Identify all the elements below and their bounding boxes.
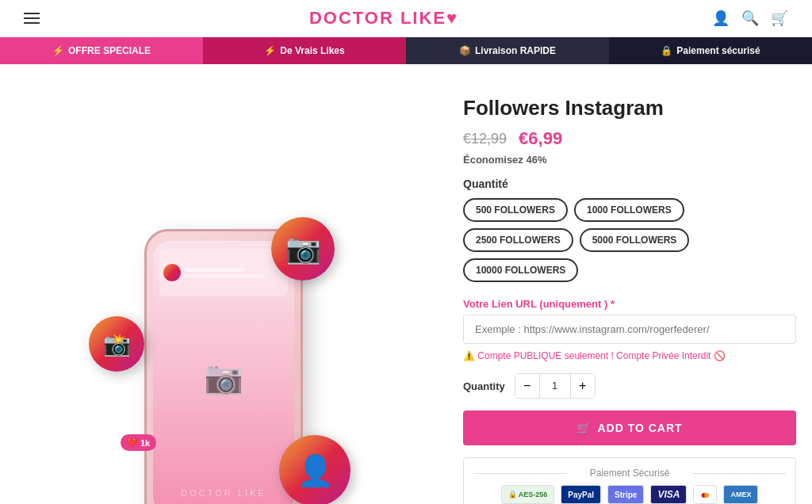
follower-btn-5000[interactable]: 5000 FOLLOWERS (580, 228, 690, 252)
add-to-cart-button[interactable]: 🛒 ADD TO CART (463, 410, 796, 445)
qty-value: 1 (539, 374, 571, 398)
promo-item-livraison: 📦 Livraison RAPIDE (406, 37, 609, 64)
follower-btn-2500[interactable]: 2500 FOLLOWERS (463, 228, 573, 252)
promo-bar: ⚡ OFFRE SPECIALE ⚡ De Vrais Likes 📦 Livr… (0, 37, 812, 64)
savings-percent: 46% (526, 154, 546, 166)
url-warning: ⚠️ Compte PUBLIQUE seulement ! Compte Pr… (463, 350, 796, 361)
promo-icon-0: ⚡ (52, 45, 64, 56)
phone-brand-text: DOCTOR LIKE (181, 488, 266, 498)
site-logo[interactable]: DOCTOR LIKE♥ (56, 8, 712, 29)
qty-minus-btn[interactable]: − (515, 374, 539, 398)
like-badge: ❤️ 1k (121, 434, 156, 451)
promo-text-2: Livraison RAPIDE (475, 45, 556, 56)
quantity-section-label: Quantité (463, 178, 796, 190)
url-input[interactable] (463, 315, 796, 344)
cart-btn-label: ADD TO CART (597, 422, 682, 434)
payment-icons: 🔒 AES-256 PayPal Stripe VISA ● ● AMEX (473, 485, 786, 504)
price-area: €12,99 €6,99 (463, 128, 796, 149)
phone-screen: 📷 DOCTOR LIKE (153, 241, 294, 504)
ig-icon-3: 👤 (297, 453, 334, 488)
qty-controls: − 1 + (515, 373, 596, 399)
camera-icon: 📷 (204, 359, 243, 396)
url-required-star: * (611, 298, 615, 310)
follower-btn-10000[interactable]: 10000 FOLLOWERS (463, 258, 578, 282)
payment-aes: 🔒 AES-256 (501, 485, 555, 504)
ig-icon-2: 📸 (103, 331, 131, 357)
ig-bubble-top: 📷 (271, 217, 335, 281)
promo-text-0: OFFRE SPECIALE (68, 45, 151, 56)
user-icon[interactable]: 👤 (712, 10, 730, 27)
search-icon[interactable]: 🔍 (741, 10, 759, 27)
url-label-text: Votre Lien URL (uniquement ) (463, 298, 607, 310)
product-info: Followers Instagram €12,99 €6,99 Économi… (463, 96, 796, 504)
logo-text: DOCTOR LIKE (309, 8, 446, 28)
ig-icon-1: 📷 (285, 232, 321, 265)
promo-icon-1: ⚡ (264, 45, 276, 56)
payment-visa: VISA (650, 485, 687, 504)
promo-icon-2: 📦 (459, 45, 471, 56)
logo-heart: ♥ (446, 8, 458, 28)
payment-stripe: Stripe (607, 485, 644, 504)
follower-btn-500[interactable]: 500 FOLLOWERS (463, 198, 568, 222)
cart-icon[interactable]: 🛒 (771, 10, 788, 27)
main-content: 📷 DOCTOR LIKE 📷 📸 (0, 64, 812, 504)
cart-btn-icon: 🛒 (576, 422, 591, 434)
price-sale: €6,99 (519, 128, 562, 149)
secure-payment-title: Paiement Sécurisé (473, 468, 786, 479)
quantity-row: Quantity − 1 + (463, 373, 796, 399)
phone-mockup: 📷 DOCTOR LIKE 📷 📸 (97, 213, 350, 504)
payment-amex: AMEX (723, 485, 758, 504)
savings-label: Économisez (463, 154, 526, 166)
promo-item-offre: ⚡ OFFRE SPECIALE (0, 37, 203, 64)
ig-bubble-bottom-right: 👤 (279, 435, 350, 504)
promo-item-paiement: 🔒 Paiement sécurisé (609, 37, 812, 64)
promo-icon-3: 🔒 (661, 45, 672, 56)
follower-btn-1000[interactable]: 1000 FOLLOWERS (574, 198, 684, 222)
promo-text-1: De Vrais Likes (280, 45, 344, 56)
savings-text: Économisez 46% (463, 154, 796, 166)
qty-label: Quantity (463, 380, 505, 392)
secure-payment-section: Paiement Sécurisé 🔒 AES-256 PayPal Strip… (463, 457, 796, 504)
product-image-area: 📷 DOCTOR LIKE 📷 📸 (16, 96, 431, 504)
payment-paypal: PayPal (561, 485, 601, 504)
url-label: Votre Lien URL (uniquement ) * (463, 298, 796, 310)
site-header: DOCTOR LIKE♥ 👤 🔍 🛒 (0, 0, 812, 37)
price-original: €12,99 (463, 131, 507, 147)
follower-options: 500 FOLLOWERS 1000 FOLLOWERS 2500 FOLLOW… (463, 198, 796, 282)
product-title: Followers Instagram (463, 96, 796, 120)
promo-text-3: Paiement sécurisé (676, 45, 760, 56)
hamburger-icon[interactable] (24, 13, 56, 24)
like-count: 1k (140, 438, 150, 448)
heart-icon: ❤️ (127, 437, 138, 448)
menu-button[interactable] (24, 13, 56, 24)
promo-item-likes: ⚡ De Vrais Likes (203, 37, 406, 64)
qty-plus-btn[interactable]: + (571, 374, 595, 398)
header-icons: 👤 🔍 🛒 (712, 10, 788, 27)
ig-bubble-left: 📸 (89, 316, 144, 372)
payment-mc: ● ● (693, 485, 717, 504)
